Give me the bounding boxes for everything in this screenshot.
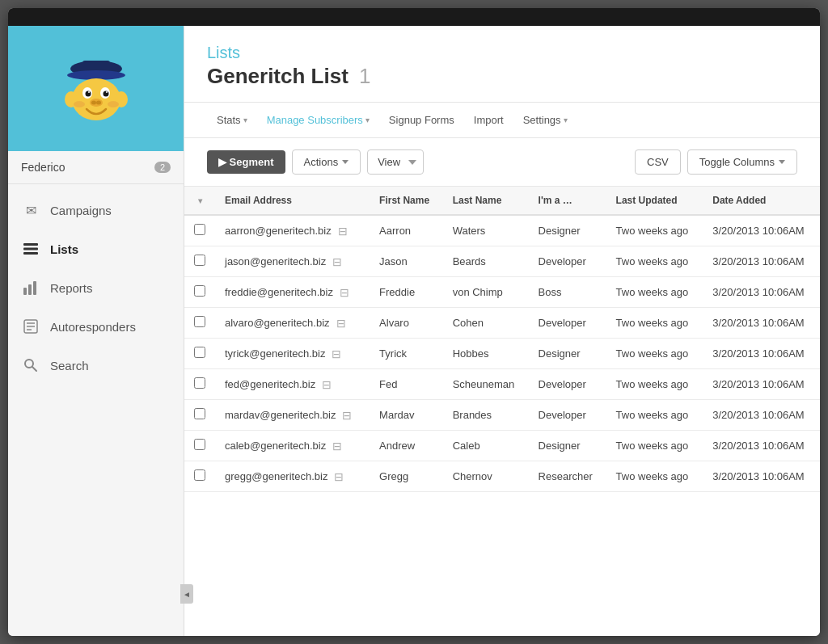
row-last-name: Scheuneman [443, 369, 529, 400]
email-address: freddie@generitech.biz [225, 286, 333, 298]
sub-nav-manage-subscribers[interactable]: Manage Subscribers ▾ [257, 103, 379, 137]
actions-button[interactable]: Actions [292, 149, 361, 175]
page-title-text: Generitch List [207, 64, 349, 88]
sidebar-collapse-button[interactable]: ◄ [180, 584, 193, 604]
row-first-name: Fed [370, 369, 443, 400]
sidebar-nav: ✉ Campaigns Lists [8, 184, 184, 636]
row-last-updated: Two weeks ago [606, 369, 703, 400]
row-date-added: 3/20/2013 10:06AM [703, 369, 820, 400]
edit-icon[interactable]: ⊟ [338, 225, 348, 238]
email-address: tyrick@generitech.biz [225, 347, 325, 360]
edit-icon[interactable]: ⊟ [332, 440, 342, 452]
edit-icon[interactable]: ⊟ [342, 409, 352, 422]
row-checkbox-cell [184, 246, 215, 277]
email-address: fed@generitech.biz [225, 378, 315, 390]
sidebar-item-label: Campaigns [50, 204, 112, 217]
th-lastupdated-label: Last Updated [616, 195, 678, 206]
svg-rect-19 [23, 248, 38, 250]
row-last-updated: Two weeks ago [606, 400, 703, 431]
row-ima: Designer [529, 215, 606, 246]
row-checkbox[interactable] [194, 469, 205, 481]
table-row: gregg@generitech.biz ⊟ Gregg Chernov Res… [184, 461, 820, 492]
row-email: mardav@generitech.biz ⊟ [215, 400, 370, 431]
edit-icon[interactable]: ⊟ [332, 255, 342, 268]
sub-nav-signup-forms[interactable]: Signup Forms [379, 103, 464, 137]
table-row: tyrick@generitech.biz ⊟ Tyrick Hobbes De… [184, 339, 820, 369]
th-date-added: Date Added [703, 187, 820, 215]
segment-button[interactable]: ▶ Segment [207, 150, 285, 174]
th-email[interactable]: Email Address [215, 187, 370, 215]
row-checkbox[interactable] [194, 377, 205, 389]
row-first-name: Gregg [370, 461, 443, 492]
svg-point-17 [108, 101, 119, 107]
table-row: freddie@generitech.biz ⊟ Freddie von Chi… [184, 277, 820, 308]
row-checkbox[interactable] [194, 255, 205, 266]
sub-nav-import[interactable]: Import [464, 103, 513, 137]
stats-caret-icon: ▾ [243, 116, 247, 124]
table-row: caleb@generitech.biz ⊟ Andrew Caleb Desi… [184, 431, 820, 461]
row-last-updated: Two weeks ago [606, 246, 703, 277]
sidebar-user-badge: 2 [154, 162, 171, 173]
th-first-name: First Name [370, 187, 443, 215]
manage-caret-icon: ▾ [365, 116, 370, 124]
th-firstname-label: First Name [379, 195, 429, 206]
row-checkbox-cell [184, 369, 215, 400]
row-checkbox[interactable] [194, 408, 205, 419]
app-window: Federico 2 ✉ Campaigns List [8, 8, 820, 636]
sidebar-item-reports[interactable]: Reports [8, 268, 184, 307]
table-row: mardav@generitech.biz ⊟ Mardav Brandes D… [184, 400, 820, 431]
toggle-columns-button[interactable]: Toggle Columns [687, 149, 797, 175]
sidebar-user[interactable]: Federico 2 [8, 151, 184, 184]
row-checkbox[interactable] [194, 285, 205, 297]
row-checkbox[interactable] [194, 224, 205, 235]
reports-icon [21, 278, 40, 297]
view-select[interactable]: View [367, 149, 424, 175]
row-last-updated: Two weeks ago [606, 339, 703, 369]
row-checkbox-cell [184, 431, 215, 461]
row-last-name: Brandes [443, 400, 529, 431]
table-row: alvaro@generitech.biz ⊟ Alvaro Cohen Dev… [184, 308, 820, 339]
email-address: mardav@generitech.biz [225, 409, 336, 421]
row-date-added: 3/20/2013 10:06AM [703, 339, 820, 369]
edit-icon[interactable]: ⊟ [336, 317, 346, 330]
csv-button[interactable]: CSV [635, 149, 681, 175]
toolbar: ▶ Segment Actions View CSV Toggle Column… [184, 138, 820, 187]
edit-icon[interactable]: ⊟ [332, 347, 341, 360]
row-email: jason@generitech.biz ⊟ [215, 246, 370, 277]
row-ima: Designer [529, 339, 606, 369]
sidebar-item-campaigns[interactable]: ✉ Campaigns [8, 191, 184, 229]
sub-nav-import-label: Import [474, 114, 504, 126]
row-date-added: 3/20/2013 10:06AM [703, 461, 820, 492]
email-address: caleb@generitech.biz [225, 440, 326, 452]
row-checkbox[interactable] [194, 316, 205, 327]
sort-arrow-icon: ▾ [198, 196, 202, 205]
sidebar-item-search[interactable]: Search [8, 346, 184, 385]
sub-nav-stats[interactable]: Stats ▾ [207, 103, 257, 137]
sidebar-user-name: Federico [21, 161, 65, 174]
row-ima: Boss [529, 277, 606, 308]
row-first-name: Alvaro [370, 308, 443, 339]
lists-icon [21, 239, 40, 259]
sidebar-item-label: Reports [50, 281, 93, 295]
row-last-name: Caleb [443, 431, 529, 461]
collapse-icon: ◄ [183, 590, 191, 599]
edit-icon[interactable]: ⊟ [334, 470, 344, 483]
sub-nav: Stats ▾ Manage Subscribers ▾ Signup Form… [184, 103, 820, 138]
sidebar-item-autoresponders[interactable]: Autoresponders [8, 307, 184, 346]
row-last-name: von Chimp [443, 277, 529, 308]
row-ima: Researcher [529, 461, 606, 492]
svg-point-12 [106, 91, 108, 93]
actions-button-label: Actions [304, 156, 339, 168]
table-body: aarron@generitech.biz ⊟ Aarron Waters De… [184, 215, 820, 492]
row-checkbox[interactable] [194, 347, 205, 358]
row-checkbox[interactable] [194, 439, 205, 450]
row-date-added: 3/20/2013 10:06AM [703, 246, 820, 277]
edit-icon[interactable]: ⊟ [322, 378, 332, 391]
row-last-name: Waters [443, 215, 529, 246]
table-row: fed@generitech.biz ⊟ Fed Scheuneman Deve… [184, 369, 820, 400]
sidebar-item-lists[interactable]: Lists [8, 229, 184, 268]
sub-nav-settings[interactable]: Settings ▾ [513, 103, 577, 137]
th-last-name: Last Name [443, 187, 529, 215]
edit-icon[interactable]: ⊟ [340, 286, 349, 299]
toggle-caret-icon [779, 160, 785, 164]
